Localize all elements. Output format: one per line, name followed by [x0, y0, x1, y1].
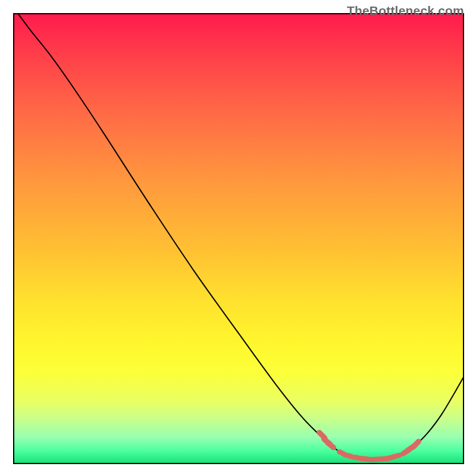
- watermark-text: TheBottleneck.com: [347, 4, 464, 18]
- plot-border: [13, 13, 464, 464]
- chart-stage: TheBottleneck.com: [0, 0, 476, 476]
